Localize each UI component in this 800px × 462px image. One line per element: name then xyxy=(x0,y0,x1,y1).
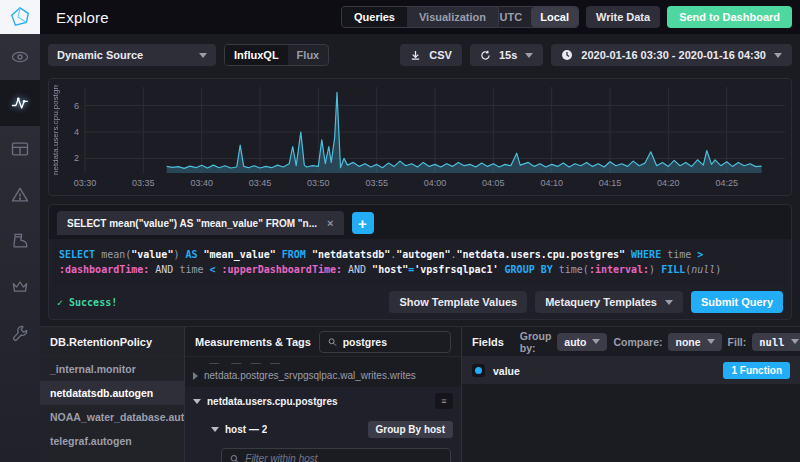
kapacitor-boot-icon xyxy=(10,231,30,251)
fields-column: Fields Group by: auto Compare: none Fill… xyxy=(462,327,800,462)
source-dropdown-value: Dynamic Source xyxy=(57,49,143,61)
function-count-button[interactable]: 1 Function xyxy=(723,362,790,379)
app-window: Explore Queries Visualization ? UTC Loca… xyxy=(0,0,800,462)
tag-key-row[interactable]: host — 2 Group By host xyxy=(203,415,461,444)
group-by-dropdown[interactable]: auto xyxy=(557,333,607,351)
svg-text:03:30: 03:30 xyxy=(74,178,97,188)
sidebar-item-data-explorer[interactable] xyxy=(0,80,40,126)
field-row-value[interactable]: value 1 Function xyxy=(462,357,800,384)
tab-visualization[interactable]: Visualization xyxy=(407,7,498,27)
sidebar-item-alerting[interactable] xyxy=(0,172,40,218)
top-nav: Explore Queries Visualization ? UTC Loca… xyxy=(40,0,800,34)
pulse-graph-icon xyxy=(10,93,30,113)
sidebar-nav xyxy=(0,0,40,462)
svg-text:04:10: 04:10 xyxy=(540,178,563,188)
sidebar-item-host-list[interactable] xyxy=(0,34,40,80)
group-by-label: Group by: xyxy=(520,330,552,354)
write-data-button[interactable]: Write Data xyxy=(586,6,660,28)
svg-text:04:05: 04:05 xyxy=(482,178,505,188)
svg-text:04:15: 04:15 xyxy=(599,178,622,188)
measurement-item-clipped: ― ‥ ―‥ ― ‥― xyxy=(185,357,461,364)
svg-text:6: 6 xyxy=(74,101,79,111)
submit-query-button[interactable]: Submit Query xyxy=(691,291,783,313)
measurement-expanded-block: netdata.users.cpu.postgres ≡ host — 2 Gr… xyxy=(185,387,461,462)
refresh-icon xyxy=(480,50,491,61)
explore-chart-panel: netdata.users.cpu.postgres... 03:3003:35… xyxy=(48,78,792,196)
chevron-down-icon xyxy=(707,339,715,344)
measurement-item[interactable]: netdata.postgres_srvpgsqlpac.wal_writes.… xyxy=(185,364,461,387)
query-maker-panel: SELECT mean("value") AS "mean_value" FRO… xyxy=(48,204,792,320)
query-tab-label: SELECT mean("value") AS "mean_value" FRO… xyxy=(67,218,317,229)
local-toggle[interactable]: Local xyxy=(531,7,578,27)
measurements-search-input[interactable] xyxy=(343,336,442,348)
svg-text:03:50: 03:50 xyxy=(307,178,330,188)
chronograf-logo[interactable] xyxy=(0,0,40,34)
sidebar-item-configuration[interactable] xyxy=(0,310,40,356)
fields-column-header: Fields Group by: auto Compare: none Fill… xyxy=(462,327,800,357)
db-item[interactable]: _internal.monitor xyxy=(40,357,184,381)
fill-label: Fill: xyxy=(728,336,747,348)
fill-dropdown[interactable]: null xyxy=(752,333,800,351)
time-range-dropdown[interactable]: 2020-01-16 03:30 - 2020-01-16 04:30 xyxy=(551,44,792,66)
fields-header-label: Fields xyxy=(472,336,504,348)
group-by-host-button[interactable]: Group By host xyxy=(368,421,453,438)
query-tab-bar: SELECT mean("value") AS "mean_value" FRO… xyxy=(49,205,791,239)
chevron-down-icon xyxy=(525,53,533,58)
checkbox-checked-icon[interactable] xyxy=(472,364,485,377)
send-to-dashboard-button[interactable]: Send to Dashboard xyxy=(667,6,792,28)
caret-down-icon xyxy=(193,399,201,404)
search-icon xyxy=(230,454,239,462)
svg-text:2: 2 xyxy=(74,153,79,163)
search-icon xyxy=(328,337,337,347)
show-template-values-button[interactable]: Show Template Values xyxy=(389,291,527,313)
query-success-status: ✓ Success! xyxy=(57,297,117,308)
measurements-search[interactable] xyxy=(319,331,451,353)
chevron-down-icon xyxy=(791,339,799,344)
query-editor-code[interactable]: SELECT mean("value") AS "mean_value" FRO… xyxy=(49,239,791,285)
db-item-selected[interactable]: netdatatsdb.autogen xyxy=(40,381,184,405)
auto-refresh-dropdown[interactable]: 15s xyxy=(470,44,543,66)
chevron-down-icon xyxy=(665,300,673,305)
svg-text:03:55: 03:55 xyxy=(365,178,388,188)
svg-text:04:25: 04:25 xyxy=(715,178,738,188)
caret-down-icon xyxy=(211,427,219,432)
metaquery-templates-dropdown[interactable]: Metaquery Templates xyxy=(535,291,683,313)
sidebar-item-admin[interactable] xyxy=(0,264,40,310)
alert-triangle-icon xyxy=(10,185,30,205)
source-dropdown[interactable]: Dynamic Source xyxy=(48,44,216,66)
measurements-column: Measurements & Tags ― ‥ ―‥ ― ‥― netdata.… xyxy=(185,327,462,462)
schema-builder: DB.RetentionPolicy _internal.monitor net… xyxy=(40,326,800,462)
svg-text:04:00: 04:00 xyxy=(424,178,447,188)
caret-right-icon xyxy=(193,372,198,380)
tab-queries[interactable]: Queries xyxy=(342,7,407,27)
chronograf-logo-icon xyxy=(9,6,31,28)
crown-icon xyxy=(10,277,30,297)
queries-visualization-toggle: Queries Visualization xyxy=(341,6,499,28)
db-item[interactable]: telegraf.autogen xyxy=(40,429,184,453)
influxql-toggle[interactable]: InfluxQL xyxy=(225,45,288,65)
close-icon[interactable]: × xyxy=(327,217,333,229)
svg-text:4: 4 xyxy=(74,127,79,137)
svg-text:04:20: 04:20 xyxy=(657,178,680,188)
explore-chart-svg[interactable]: 03:3003:3503:4003:4503:5003:5504:0004:05… xyxy=(49,79,791,193)
compare-dropdown[interactable]: none xyxy=(668,333,721,351)
download-csv-button[interactable]: CSV xyxy=(400,44,462,66)
db-item[interactable]: NOAA_water_database.autogen xyxy=(40,405,184,429)
sidebar-item-kapacitor[interactable] xyxy=(0,218,40,264)
eye-icon xyxy=(10,47,30,67)
query-tab[interactable]: SELECT mean("value") AS "mean_value" FRO… xyxy=(57,211,344,235)
measurement-menu-button[interactable]: ≡ xyxy=(435,393,453,409)
tag-filter-input[interactable] xyxy=(245,453,442,462)
chevron-down-icon xyxy=(774,53,782,58)
explore-toolbar: Dynamic Source InfluxQL Flux CSV xyxy=(40,34,800,76)
measurement-item-expanded[interactable]: netdata.users.cpu.postgres ≡ xyxy=(185,387,461,415)
add-query-tab-button[interactable]: + xyxy=(352,212,374,234)
chevron-down-icon xyxy=(199,53,207,58)
compare-label: Compare: xyxy=(613,336,662,348)
svg-text:03:40: 03:40 xyxy=(190,178,213,188)
page-title: Explore xyxy=(56,9,109,26)
tag-filter[interactable] xyxy=(221,448,451,462)
measurements-column-header: Measurements & Tags xyxy=(195,336,311,348)
sidebar-item-dashboards[interactable] xyxy=(0,126,40,172)
flux-toggle[interactable]: Flux xyxy=(288,45,329,65)
